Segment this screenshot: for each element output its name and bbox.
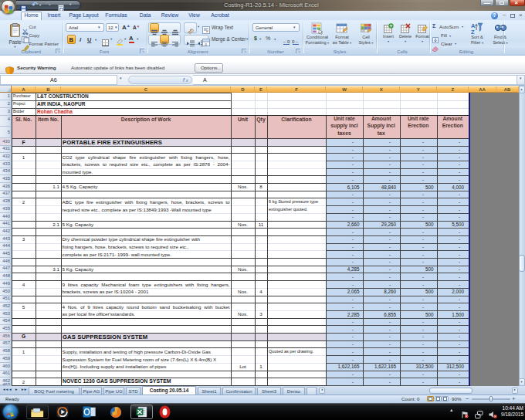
svg-text:0→: 0→ [292, 39, 299, 44]
svg-text:a: a [205, 40, 207, 46]
svg-text:←0: ←0 [283, 39, 290, 44]
svg-text:ab: ab [187, 27, 195, 35]
svg-text:Z: Z [471, 29, 475, 35]
